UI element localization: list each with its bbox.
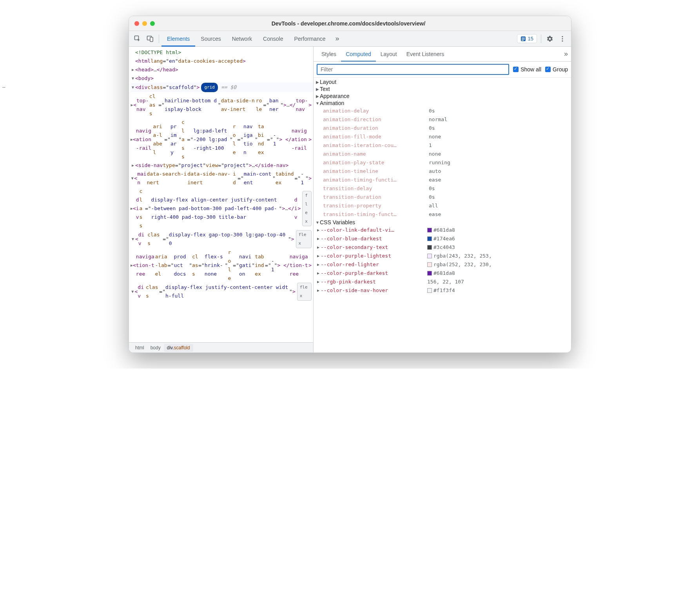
titlebar: DevTools - developer.chrome.com/docs/dev… xyxy=(129,16,571,31)
tab-performance[interactable]: Performance xyxy=(288,31,331,47)
breadcrumb-scaffold[interactable]: div.scaffold xyxy=(164,344,193,352)
property-name: transition-delay xyxy=(323,184,429,193)
css-variable[interactable]: ▶--color-side-nav-hover#f1f3f4 xyxy=(314,286,571,295)
dom-selected-node[interactable]: ⋯ ▼<div class="scaffold"> grid == $0 xyxy=(131,83,313,92)
property-name: transition-property xyxy=(323,202,429,210)
tab-elements[interactable]: Elements xyxy=(161,31,195,47)
css-variable[interactable]: ▶--color-red-lighterrgba(252, 232, 230, xyxy=(314,260,571,269)
flex-badge[interactable]: flex xyxy=(296,230,312,248)
close-window-button[interactable] xyxy=(134,21,139,26)
inspect-icon[interactable] xyxy=(132,33,143,44)
css-variable[interactable]: ▶--color-purple-lightestrgba(243, 232, 2… xyxy=(314,252,571,260)
computed-property[interactable]: transition-delay0s xyxy=(314,184,571,193)
css-variable[interactable]: ▶--color-purple-darkest#681da8 xyxy=(314,269,571,278)
variable-name: --color-link-default-vi… xyxy=(321,226,427,234)
issues-count: 15 xyxy=(528,36,533,42)
property-value: none xyxy=(429,133,441,141)
computed-property[interactable]: animation-delay0s xyxy=(314,107,571,115)
settings-icon[interactable] xyxy=(544,33,555,44)
separator xyxy=(541,35,541,43)
flex-badge[interactable]: flex xyxy=(302,191,312,226)
property-value: 1 xyxy=(429,141,432,150)
issues-button[interactable]: 15 xyxy=(517,34,537,43)
computed-property[interactable]: transition-timing-funct…ease xyxy=(314,210,571,219)
breadcrumbs: html body div.scaffold xyxy=(129,342,313,352)
property-name: transition-duration xyxy=(323,193,429,202)
subtab-event-listeners[interactable]: Event Listeners xyxy=(402,47,449,62)
computed-property[interactable]: animation-duration0s xyxy=(314,124,571,133)
window-title: DevTools - developer.chrome.com/docs/dev… xyxy=(155,20,566,27)
computed-list[interactable]: ▶Layout ▶Text ▶Appearance ▼Animation ani… xyxy=(314,78,571,352)
variable-value: rgba(243, 232, 253, xyxy=(427,252,492,260)
variable-value: #681da8 xyxy=(427,269,455,278)
computed-property[interactable]: animation-play-staterunning xyxy=(314,158,571,167)
variable-name: --rgb-pink-darkest xyxy=(321,278,427,286)
svg-rect-2 xyxy=(150,37,153,42)
svg-rect-5 xyxy=(522,39,525,40)
variable-name: --color-side-nav-hover xyxy=(321,286,427,295)
section-layout[interactable]: ▶Layout xyxy=(314,78,571,85)
property-value: none xyxy=(429,150,441,158)
device-toolbar-icon[interactable] xyxy=(145,33,156,44)
variable-value: #f1f3f4 xyxy=(427,286,455,295)
css-variable[interactable]: ▶--color-secondary-text#3c4043 xyxy=(314,243,571,252)
svg-point-7 xyxy=(562,36,563,37)
color-swatch xyxy=(427,288,432,293)
filter-input[interactable] xyxy=(317,64,509,75)
color-swatch xyxy=(427,236,432,241)
computed-property[interactable]: transition-duration0s xyxy=(314,193,571,202)
breadcrumb-body[interactable]: body xyxy=(147,344,164,352)
computed-property[interactable]: animation-directionnormal xyxy=(314,115,571,124)
subtab-layout[interactable]: Layout xyxy=(376,47,402,62)
maximize-window-button[interactable] xyxy=(150,21,155,26)
color-swatch xyxy=(427,228,432,232)
section-text[interactable]: ▶Text xyxy=(314,85,571,93)
property-value: running xyxy=(429,158,450,167)
section-css-variables[interactable]: ▼CSS Variables xyxy=(314,219,571,226)
variable-name: --color-red-lighter xyxy=(321,260,427,269)
svg-rect-4 xyxy=(522,38,525,38)
property-value: auto xyxy=(429,167,441,176)
breadcrumb-html[interactable]: html xyxy=(132,344,147,352)
more-tabs-icon[interactable]: » xyxy=(332,33,343,44)
color-swatch xyxy=(427,262,432,267)
computed-property[interactable]: animation-timing-functi…ease xyxy=(314,176,571,184)
variable-name: --color-purple-lightest xyxy=(321,252,427,260)
property-value: 0s xyxy=(429,184,435,193)
dom-tree[interactable]: <!DOCTYPE html> <html lang="en" data-coo… xyxy=(129,47,313,342)
section-appearance[interactable]: ▶Appearance xyxy=(314,93,571,100)
main-toolbar: Elements Sources Network Console Perform… xyxy=(129,31,571,47)
computed-property[interactable]: animation-fill-modenone xyxy=(314,133,571,141)
property-name: animation-delay xyxy=(323,107,429,115)
tab-sources[interactable]: Sources xyxy=(195,31,226,47)
computed-property[interactable]: animation-namenone xyxy=(314,150,571,158)
minimize-window-button[interactable] xyxy=(142,21,147,26)
property-name: animation-fill-mode xyxy=(323,133,429,141)
show-all-checkbox[interactable]: Show all xyxy=(513,66,541,73)
variable-value: #3c4043 xyxy=(427,243,455,252)
kebab-menu-icon[interactable] xyxy=(557,33,568,44)
section-animation[interactable]: ▼Animation xyxy=(314,100,571,107)
sidebar-tabs: Styles Computed Layout Event Listeners » xyxy=(314,47,571,62)
css-variable[interactable]: ▶--rgb-pink-darkest156, 22, 107 xyxy=(314,278,571,286)
tab-console[interactable]: Console xyxy=(258,31,288,47)
flex-badge[interactable]: flex xyxy=(297,283,312,301)
computed-property[interactable]: animation-timelineauto xyxy=(314,167,571,176)
computed-property[interactable]: animation-iteration-cou…1 xyxy=(314,141,571,150)
tab-network[interactable]: Network xyxy=(227,31,258,47)
property-name: animation-duration xyxy=(323,124,429,133)
grid-badge[interactable]: grid xyxy=(201,83,218,92)
color-swatch xyxy=(427,245,432,250)
css-variable[interactable]: ▶--color-link-default-vi…#681da8 xyxy=(314,226,571,234)
subtab-computed[interactable]: Computed xyxy=(341,47,376,62)
group-checkbox[interactable]: Group xyxy=(545,66,568,73)
css-variable[interactable]: ▶--color-blue-darkest#174ea6 xyxy=(314,234,571,243)
computed-panel: Styles Computed Layout Event Listeners »… xyxy=(314,47,571,352)
property-name: animation-timeline xyxy=(323,167,429,176)
computed-property[interactable]: transition-propertyall xyxy=(314,202,571,210)
subtab-styles[interactable]: Styles xyxy=(317,47,341,62)
traffic-lights xyxy=(134,21,155,26)
property-name: animation-iteration-cou… xyxy=(323,141,429,150)
filter-row: Show all Group xyxy=(314,62,571,78)
more-subtabs-icon[interactable]: » xyxy=(564,50,568,58)
